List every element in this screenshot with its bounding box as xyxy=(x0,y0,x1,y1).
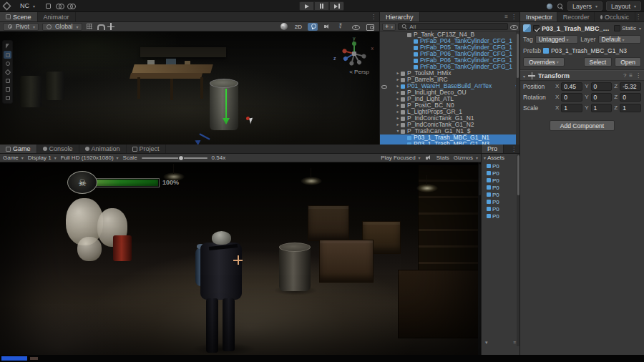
fold-arrow-icon[interactable] xyxy=(395,122,401,128)
fold-arrow-icon[interactable] xyxy=(523,72,525,79)
hierarchy-search-input[interactable]: All xyxy=(398,23,508,30)
game-viewport[interactable]: 100% xyxy=(0,162,481,355)
search-icon[interactable] xyxy=(557,3,564,10)
y-field[interactable]: 0 xyxy=(591,93,613,102)
z-field[interactable]: 1 xyxy=(620,104,641,112)
select-button[interactable]: Select xyxy=(584,57,613,67)
package-icon[interactable] xyxy=(44,2,52,9)
y-field[interactable]: 0 xyxy=(591,82,613,91)
fold-arrow-icon[interactable] xyxy=(395,128,401,134)
tag-dropdown[interactable]: Untagged xyxy=(535,35,579,44)
fold-arrow-icon[interactable] xyxy=(395,77,401,83)
tab-animation[interactable]: Animation xyxy=(79,145,127,153)
effects-toggle-icon[interactable] xyxy=(338,23,345,30)
stats-button[interactable]: Stats xyxy=(436,155,449,161)
tab-project-mini[interactable]: Pro xyxy=(482,145,504,153)
fold-arrow-icon[interactable] xyxy=(395,96,401,102)
lighting-toggle-icon[interactable] xyxy=(309,23,316,30)
pause-button[interactable] xyxy=(314,1,329,11)
fold-arrow-icon[interactable] xyxy=(395,109,401,115)
global-dropdown[interactable]: Global xyxy=(42,23,82,31)
transform-tool[interactable] xyxy=(4,85,11,93)
persp-label[interactable]: < Persp xyxy=(349,69,369,75)
shading-mode-icon[interactable] xyxy=(280,23,288,30)
tab-animator[interactable]: Animator xyxy=(38,12,76,21)
asset-item[interactable]: P0 xyxy=(482,205,519,212)
mute-audio-icon[interactable] xyxy=(425,155,432,162)
gizmos-dropdown[interactable]: Gizmos xyxy=(454,155,478,161)
y-field[interactable]: 1 xyxy=(591,104,613,112)
tab-project[interactable]: Project xyxy=(127,145,166,153)
pivot-dropdown[interactable]: Pivot xyxy=(3,23,39,31)
create-menu-button[interactable] xyxy=(382,23,396,31)
x-field[interactable]: 0.45 xyxy=(561,82,582,91)
tab-recorder[interactable]: Recorder xyxy=(557,12,595,21)
active-checkbox[interactable] xyxy=(533,25,540,31)
rect-tool[interactable] xyxy=(4,77,11,84)
pane-menu-icon[interactable]: ⋮ xyxy=(511,146,517,152)
display-dropdown[interactable]: Display 1 xyxy=(28,155,57,161)
tab-inspector[interactable]: Inspector xyxy=(520,12,557,21)
asset-item[interactable]: P0 xyxy=(482,191,519,198)
scene-visibility-gutter-icon[interactable] xyxy=(510,23,517,30)
layout-dropdown[interactable]: Layout xyxy=(606,1,641,11)
tab-hierarchy[interactable]: Hierarchy xyxy=(380,12,420,21)
help-icon[interactable]: ? xyxy=(623,72,626,79)
link-icon[interactable] xyxy=(56,2,63,9)
tab-game[interactable]: Game xyxy=(0,145,37,153)
asset-item[interactable]: P0 xyxy=(482,212,519,220)
tab-occlusion[interactable]: Occlusic xyxy=(595,12,635,21)
tab-scene[interactable]: Scene xyxy=(0,12,38,21)
x-field[interactable]: 0 xyxy=(561,93,582,102)
pane-menu-icon[interactable]: ⋮ xyxy=(511,14,517,20)
view-tool[interactable] xyxy=(4,42,11,50)
play-button[interactable] xyxy=(299,1,314,11)
asset-item[interactable]: P0 xyxy=(482,170,519,177)
custom-tool[interactable] xyxy=(4,94,11,102)
rotate-tool[interactable] xyxy=(4,59,11,67)
asset-item[interactable]: P0 xyxy=(482,177,519,184)
transform-component-header[interactable]: Transform ? ≡ ⋮ xyxy=(520,70,644,81)
asset-item[interactable]: P0 xyxy=(482,162,519,170)
account-icon[interactable] xyxy=(546,3,553,10)
snap-increment-icon[interactable] xyxy=(107,23,114,30)
collapse-icon[interactable]: ▾ xyxy=(485,340,488,346)
2d-toggle[interactable]: 2D xyxy=(293,23,303,31)
collab-icon[interactable] xyxy=(67,2,74,9)
fold-arrow-icon[interactable] xyxy=(395,102,401,109)
grid-visibility-icon[interactable] xyxy=(86,23,93,30)
orientation-gizmo[interactable]: y z x xyxy=(338,37,371,70)
overrides-dropdown[interactable]: Overrides xyxy=(523,57,565,67)
step-button[interactable] xyxy=(329,1,344,11)
asset-item[interactable]: P0 xyxy=(482,184,519,191)
component-menu-icon[interactable]: ⋮ xyxy=(635,72,641,79)
scene-viewport[interactable]: y z x < Persp xyxy=(0,31,379,145)
project-menu-button[interactable]: NC xyxy=(15,1,40,11)
fold-arrow-icon[interactable] xyxy=(395,89,401,96)
tab-console[interactable]: Console xyxy=(37,145,79,153)
pane-menu-icon[interactable]: ⋮ xyxy=(371,14,376,20)
move-tool[interactable] xyxy=(4,51,11,59)
slider-icon[interactable]: ≡ xyxy=(513,340,516,346)
game-view-dropdown[interactable]: Game xyxy=(3,155,24,161)
layers-dropdown[interactable]: Layers xyxy=(567,1,602,11)
camera-settings-icon[interactable] xyxy=(366,23,374,30)
scale-slider[interactable] xyxy=(142,157,208,159)
static-dropdown[interactable]: Static xyxy=(614,25,641,31)
open-button[interactable]: Open xyxy=(615,57,641,67)
pane-menu-icon[interactable]: ⋮ xyxy=(635,14,641,20)
scale-tool[interactable] xyxy=(4,68,11,76)
scale-slider-knob[interactable] xyxy=(178,155,184,161)
fold-arrow-icon[interactable] xyxy=(395,70,401,77)
z-field[interactable]: -5.32 xyxy=(620,82,641,91)
asset-item[interactable]: P0 xyxy=(482,198,519,205)
x-field[interactable]: 1 xyxy=(561,104,582,112)
move-gizmo-z-axis[interactable] xyxy=(199,133,210,140)
presets-icon[interactable]: ≡ xyxy=(629,72,633,79)
z-field[interactable]: 0 xyxy=(620,93,641,102)
play-focused-dropdown[interactable]: Play Focused xyxy=(381,155,420,161)
fold-arrow-icon[interactable] xyxy=(395,83,401,89)
layer-dropdown[interactable]: Default xyxy=(598,35,642,44)
move-gizmo-y-axis[interactable] xyxy=(225,89,227,119)
fold-arrow-icon[interactable] xyxy=(395,115,401,122)
